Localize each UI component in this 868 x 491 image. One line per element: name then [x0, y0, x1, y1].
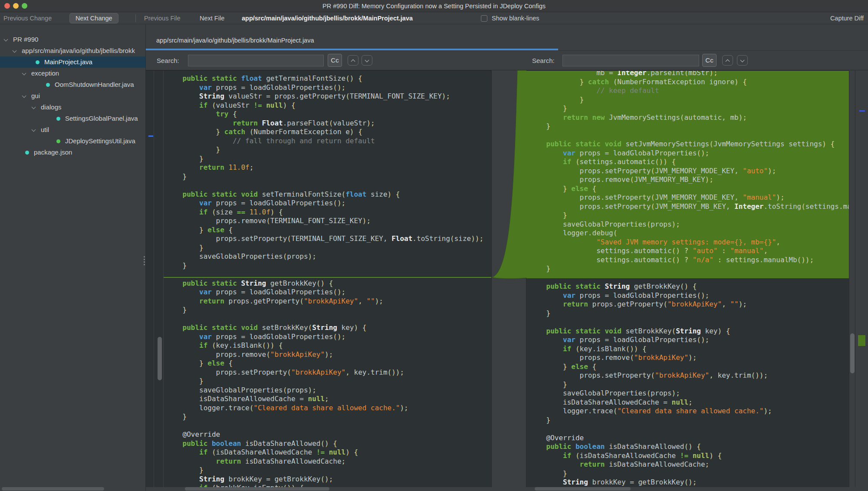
code-line: logger.debug( [526, 229, 849, 238]
left-vertical-scrollbar-thumb[interactable] [158, 337, 162, 380]
code-line: var props = loadGlobalProperties(); [164, 199, 491, 208]
code-line: props.remove(TERMINAL_FONT_SIZE_KEY); [164, 217, 491, 226]
code-line: saveGlobalProperties(props); [526, 389, 849, 398]
tree-item[interactable]: OomShutdownHandler.java [0, 79, 146, 90]
tree-item[interactable]: PR #990 [0, 34, 146, 45]
previous-change-button[interactable]: Previous Change [3, 12, 52, 24]
match-case-button-right[interactable]: Cc [702, 54, 717, 67]
diff-pane-left[interactable]: public static float getTerminalFontSize(… [146, 70, 491, 487]
code-line: if (key.isBlank()) { [164, 341, 491, 350]
chevron-down-icon[interactable] [13, 49, 17, 53]
right-vertical-scrollbar-thumb[interactable] [850, 333, 855, 373]
code-line: } else { [164, 359, 491, 368]
code-line: @Override [526, 434, 849, 443]
editor-tab-bar: app/src/main/java/io/github/jbellis/brok… [146, 24, 868, 51]
code-line: } [526, 104, 849, 113]
tree-item[interactable]: app/src/main/java/io/github/jbellis/brok… [0, 45, 146, 56]
code-line: if (key.isBlank()) { [526, 345, 849, 354]
code-line: public static void setTerminalFontSize(f… [164, 190, 491, 199]
code-line: if (valueStr != null) { [164, 101, 491, 110]
stripe-added-marker[interactable] [858, 335, 865, 346]
splitter-grip-icon[interactable] [144, 256, 145, 257]
search-prev-button-right[interactable] [722, 55, 733, 66]
code-line: if (isDataShareAllowedCache != null) { [164, 448, 491, 457]
tree-item[interactable]: JDeploySettingsUtil.java [0, 135, 146, 147]
show-blank-lines-label[interactable]: Show blank-lines [492, 12, 539, 24]
code-area-left: public static float getTerminalFontSize(… [164, 71, 491, 487]
code-line: // fall through and return default [164, 137, 491, 146]
code-line: var props = loadGlobalProperties(); [526, 336, 849, 345]
stripe-changed-marker[interactable] [859, 110, 865, 112]
left-gutter-column [146, 71, 154, 487]
code-line: public boolean isDataShareAllowed() { [164, 439, 491, 448]
tree-item-label: OomShutdownHandler.java [55, 79, 134, 90]
code-line: public static String getBrokkKey() { [526, 282, 849, 291]
code-line: public static void setBrokkKey(String ke… [164, 323, 491, 333]
tree-item-label: app/src/main/java/io/github/jbellis/brok… [22, 45, 135, 56]
code-line: logger.trace("Cleared data share allowed… [526, 407, 849, 416]
code-line: props.setProperty(TERMINAL_FONT_SIZE_KEY… [164, 234, 491, 244]
code-line: } [526, 96, 849, 105]
search-input-left[interactable] [188, 55, 324, 66]
chevron-down-icon[interactable] [22, 94, 26, 98]
code-line: return props.getProperty("brokkApiKey", … [164, 297, 491, 306]
code-line: } [164, 244, 491, 253]
tree-item[interactable]: MainProject.java [0, 56, 146, 68]
search-prev-button-left[interactable] [348, 55, 358, 66]
chevron-down-icon[interactable] [32, 128, 36, 132]
file-status-dot-icon [46, 83, 50, 87]
tree-item-label: package.json [34, 147, 72, 158]
previous-file-button[interactable]: Previous File [144, 12, 181, 24]
tree-horizontal-scrollbar[interactable] [2, 487, 104, 491]
code-line: } catch (NumberFormatException e) { [164, 128, 491, 137]
chevron-down-icon[interactable] [22, 71, 26, 76]
code-line: props.remove(JVM_MEMORY_MB_KEY); [526, 175, 849, 185]
search-next-button-right[interactable] [737, 55, 748, 66]
tree-item[interactable]: gui [0, 90, 146, 102]
code-line: settings.automatic() ? "n/a" : settings.… [526, 256, 849, 265]
code-line: @Override [164, 430, 491, 439]
code-line: isDataShareAllowedCache = null; [164, 395, 491, 404]
diff-pane-right[interactable]: mb = Integer.parseInt(mbStr); } catch (N… [526, 70, 849, 487]
code-line: return new JvmMemorySettings(automatic, … [526, 113, 849, 122]
code-line: props.setProperty(JVM_MEMORY_MODE_KEY, "… [526, 193, 849, 202]
code-line: // keep default [526, 86, 849, 96]
code-line: } [164, 155, 491, 164]
insertion-point-line [164, 277, 491, 278]
code-line: String brokkKey = getBrokkKey(); [164, 475, 491, 484]
file-status-dot-icon [25, 151, 29, 155]
chevron-down-icon[interactable] [32, 105, 36, 109]
capture-diff-button[interactable]: Capture Diff [830, 12, 864, 24]
right-vertical-scrollbar[interactable] [849, 70, 855, 487]
code-line [526, 425, 849, 434]
search-input-right[interactable] [562, 55, 699, 66]
title-bar: PR #990 Diff: Memory Configuration now a… [0, 0, 868, 12]
code-line: if (settings.automatic()) { [526, 158, 849, 167]
file-status-dot-icon [56, 139, 60, 143]
code-line [526, 131, 849, 140]
chevron-down-icon[interactable] [4, 37, 8, 42]
tree-item[interactable]: package.json [0, 147, 146, 158]
code-line: settings.automatic() ? "auto" : "manual"… [526, 247, 849, 256]
next-file-button[interactable]: Next File [200, 12, 224, 24]
match-case-button-left[interactable]: Cc [328, 54, 342, 67]
tree-item[interactable]: exception [0, 68, 146, 79]
tree-item[interactable]: util [0, 124, 146, 135]
tree-item[interactable]: dialogs [0, 102, 146, 113]
code-line: } [164, 377, 491, 386]
code-line: public static String getBrokkKey() { [164, 279, 491, 288]
tree-item[interactable]: SettingsGlobalPanel.java [0, 113, 146, 124]
next-change-button[interactable]: Next Change [69, 13, 118, 23]
search-row: Search: Cc Search: Cc [146, 51, 868, 70]
code-line: } else { [164, 226, 491, 235]
code-line: } [164, 306, 491, 315]
code-line [526, 318, 849, 327]
search-next-button-left[interactable] [362, 55, 372, 66]
tab-mainproject-java[interactable]: app/src/main/java/io/github/jbellis/brok… [146, 32, 558, 50]
code-line: try { [164, 110, 491, 119]
show-blank-lines-checkbox[interactable] [481, 15, 487, 22]
code-line: var props = loadGlobalProperties(); [164, 83, 491, 92]
search-label-right: Search: [532, 51, 555, 70]
pr-file-tree[interactable]: PR #990app/src/main/java/io/github/jbell… [0, 24, 146, 491]
code-line [164, 181, 491, 190]
